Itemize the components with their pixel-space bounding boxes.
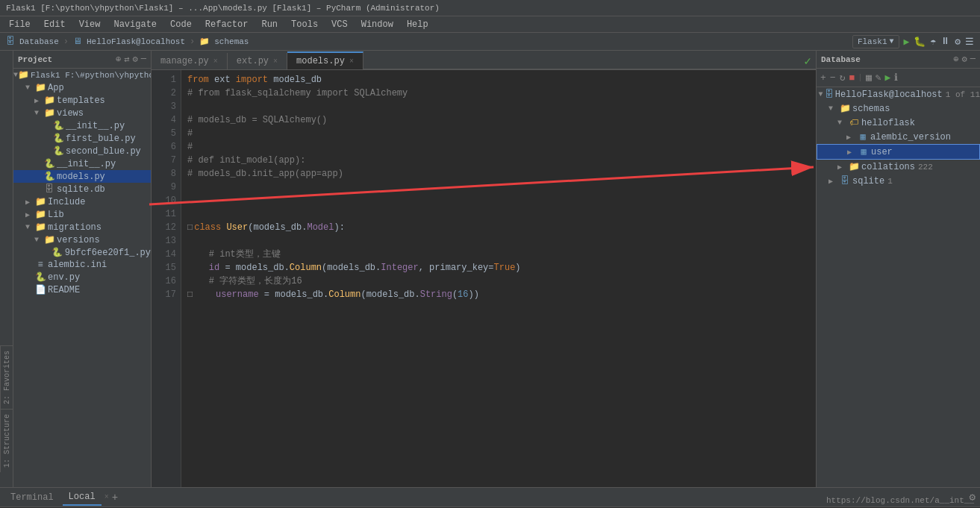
database-panel-header: Database ⊕ ⚙ — [817,51,980,69]
line-numbers: 12345 678910 1112131415 1617 [152,70,181,487]
tree-item-templates[interactable]: ▶ 📁 templates [13,94,151,107]
window-title: Flask1 [F:\python\yhpython\Flask1] – ...… [6,4,440,13]
db-label-helloflask: HelloFlask@localhost [835,90,943,100]
tree-label-first-bule: first_bule.py [66,134,136,144]
menu-navigate[interactable]: Navigate [107,18,163,31]
debug-button[interactable]: 🐛 [914,36,926,48]
db-item-alembic-version[interactable]: ▶ ▦ alembic_version [817,130,980,144]
tree-item-sqlite-db[interactable]: 🗄 sqlite.db [13,183,151,195]
db-item-helloflask-schema[interactable]: ▼ 🏷 helloflask [817,116,980,130]
tree-label-root: Flask1 F:\#python\yhpython\Flask1 [31,71,151,80]
toolbar-extra1[interactable]: ⏸ [940,36,950,47]
code-line-12: □class User(models_db.Model): [187,221,810,234]
breadcrumb-database[interactable]: Database [19,37,59,46]
tab-manage-py-close[interactable]: × [213,57,218,66]
tree-item-init-app[interactable]: 🐍 __init__.py [13,157,151,170]
tree-item-views[interactable]: ▼ 📁 views [13,107,151,119]
db-tool-run[interactable]: ▶ [884,71,892,84]
tab-ext-py-close[interactable]: × [273,57,278,66]
project-settings-icon[interactable]: ⚙ [133,54,138,65]
tab-models-py-close[interactable]: × [349,57,354,66]
favorites-tab[interactable]: 2: Favorites [0,345,13,409]
db-arrow-schemas: ▼ [828,104,839,113]
tree-label-sqlite-db: sqlite.db [57,184,105,195]
code-line-13 [187,234,810,248]
code-line-14: # int类型，主键 [187,248,810,261]
menu-window[interactable]: Window [355,18,399,31]
run-button[interactable]: ▶ [904,36,910,48]
menu-view[interactable]: View [73,18,107,31]
tree-item-lib[interactable]: ▶ 📁 Lib [13,208,151,221]
db-item-schemas[interactable]: ▼ 📁 schemas [817,101,980,116]
menu-help[interactable]: Help [401,18,434,31]
tab-ext-py[interactable]: ext.py × [228,53,287,69]
menu-run[interactable]: Run [255,18,284,31]
menu-refactor[interactable]: Refactor [199,18,255,31]
db-tool-grid[interactable]: ▦ [865,71,873,84]
project-add-icon[interactable]: ⊕ [116,54,121,65]
term-tab-add[interactable]: + [112,492,118,504]
project-collapse-icon[interactable]: — [141,54,146,65]
menu-file[interactable]: File [3,18,37,31]
menu-edit[interactable]: Edit [38,18,72,31]
menu-code[interactable]: Code [164,18,198,31]
db-tool-stop[interactable]: ■ [848,72,855,84]
coverage-button[interactable]: ☂ [930,36,936,48]
tree-item-app[interactable]: ▼ 📁 App [13,81,151,94]
toolbar-extra3[interactable]: ☰ [965,36,974,48]
arrow-versions: ▼ [34,236,43,244]
tree-item-include[interactable]: ▶ 📁 Include [13,195,151,208]
term-tab-terminal[interactable]: Terminal [4,490,60,505]
tree-item-root[interactable]: ▼ 📁 Flask1 F:\#python\yhpython\Flask1 [13,69,151,81]
tree-item-first-bule[interactable]: 🐍 first_bule.py [13,132,151,145]
folder-icon-lib: 📁 [34,209,46,220]
editor-area: manage.py × ext.py × models.py × ✓ 12345… [152,51,816,487]
tree-item-migration-file[interactable]: 🐍 9bfcf6ee20f1_.py [13,246,151,259]
tab-models-py-label: models.py [296,56,345,66]
breadcrumb-schemas[interactable]: schemas [214,37,249,46]
tree-item-versions[interactable]: ▼ 📁 versions [13,233,151,246]
tab-manage-py-label: manage.py [160,56,209,66]
tree-item-readme[interactable]: 📄 README [13,283,151,296]
db-item-helloflask-conn[interactable]: ▼ 🗄 HelloFlask@localhost 1 of 11 [817,87,980,101]
menu-vcs[interactable]: VCS [325,18,354,31]
tree-item-alembic-ini[interactable]: ≡ alembic.ini [13,259,151,271]
db-label-alembic-version: alembic_version [870,132,951,142]
tree-item-second-blue[interactable]: 🐍 second_blue.py [13,145,151,157]
tree-item-init-views[interactable]: 🐍 __init__.py [13,119,151,132]
py-icon-migration-file: 🐍 [52,247,63,258]
db-panel-collapse[interactable]: — [970,54,976,65]
db-folder-icon-collations: 📁 [848,161,860,172]
tree-item-env-py[interactable]: 🐍 env.py [13,271,151,283]
term-tab-local[interactable]: Local [63,489,102,506]
tree-label-migrations: migrations [48,222,102,233]
db-tool-add[interactable]: + [820,72,827,84]
code-line-6: # [187,140,810,154]
tree-item-models[interactable]: 🐍 models.py [13,170,151,183]
run-config-selector[interactable]: Flask1 ▼ [852,35,899,48]
tree-item-migrations[interactable]: ▼ 📁 migrations [13,221,151,233]
db-panel-settings[interactable]: ⚙ [962,54,967,65]
breadcrumb-bar: 🗄 Database › 🖥 HelloFlask@localhost › 📁 … [0,33,980,51]
breadcrumb-host[interactable]: HelloFlask@localhost [87,37,185,46]
db-tool-edit[interactable]: ✎ [875,71,882,84]
toolbar-extra2[interactable]: ⚙ [955,36,961,48]
db-tool-refresh[interactable]: ↻ [839,71,846,84]
term-tab-local-close[interactable]: × [104,493,109,501]
db-tool-info[interactable]: ℹ [893,71,899,84]
code-editor[interactable]: from ext import models_db # from flask_s… [181,70,816,487]
structure-tab[interactable]: 1: Structure [0,409,13,472]
project-sync-icon[interactable]: ⇄ [124,54,129,65]
db-item-collations[interactable]: ▶ 📁 collations 222 [817,160,980,174]
tab-models-py[interactable]: models.py × [287,51,363,69]
db-panel-add[interactable]: ⊕ [953,54,958,65]
run-config-arrow: ▼ [890,37,894,46]
editor-content[interactable]: 12345 678910 1112131415 1617 from ext im… [152,70,816,487]
menu-tools[interactable]: Tools [285,18,324,31]
db-item-user-table[interactable]: ▶ ▦ user [817,144,980,160]
db-tool-minus[interactable]: − [829,72,837,84]
tab-manage-py[interactable]: manage.py × [152,53,228,69]
db-item-sqlite[interactable]: ▶ 🗄 sqlite 1 [817,174,980,188]
db-conn-icon-helloflask: 🗄 [825,89,834,100]
txt-icon-readme: 📄 [34,284,46,295]
